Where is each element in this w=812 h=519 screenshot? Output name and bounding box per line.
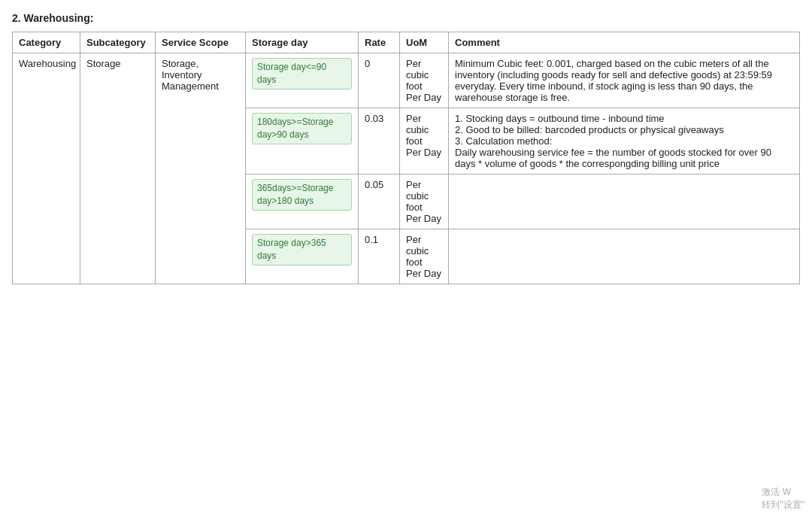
cell-uom: Per cubic foot Per Day [400, 229, 449, 284]
cell-uom: Per cubic foot Per Day [400, 108, 449, 175]
storage-day-badge: Storage day>365 days [252, 234, 352, 266]
cell-comment: Minimum Cubic feet: 0.001, charged based… [449, 53, 800, 108]
cell-category: Warehousing [13, 53, 80, 284]
cell-uom: Per cubic foot Per Day [400, 53, 449, 108]
cell-comment: 1. Stocking days = outbound time - inbou… [449, 108, 800, 175]
header-category: Category [13, 32, 80, 53]
warehousing-table: Category Subcategory Service Scope Stora… [12, 32, 800, 284]
cell-comment [449, 229, 800, 284]
header-storage-day: Storage day [246, 32, 359, 53]
cell-subcategory: Storage [80, 53, 156, 284]
section-title: 2. Warehousing: [12, 12, 800, 24]
header-rate: Rate [359, 32, 400, 53]
cell-rate: 0.1 [359, 229, 400, 284]
header-comment: Comment [449, 32, 800, 53]
header-uom: UoM [400, 32, 449, 53]
cell-service-scope: Storage, Inventory Management [156, 53, 246, 284]
storage-day-badge: 180days>=Storage day>90 days [252, 113, 352, 144]
cell-rate: 0.05 [359, 175, 400, 229]
cell-uom: Per cubic foot Per Day [400, 175, 449, 229]
cell-rate: 0 [359, 53, 400, 108]
cell-rate: 0.03 [359, 108, 400, 175]
storage-day-badge: 365days>=Storage day>180 days [252, 179, 352, 211]
cell-storage-day: 180days>=Storage day>90 days [246, 108, 359, 175]
cell-storage-day: 365days>=Storage day>180 days [246, 175, 359, 229]
storage-day-badge: Storage day<=90 days [252, 58, 352, 90]
header-service-scope: Service Scope [156, 32, 246, 53]
cell-storage-day: Storage day<=90 days [246, 53, 359, 108]
table-row: WarehousingStorageStorage, Inventory Man… [13, 53, 800, 108]
cell-storage-day: Storage day>365 days [246, 229, 359, 284]
cell-comment [449, 175, 800, 229]
header-subcategory: Subcategory [80, 32, 156, 53]
